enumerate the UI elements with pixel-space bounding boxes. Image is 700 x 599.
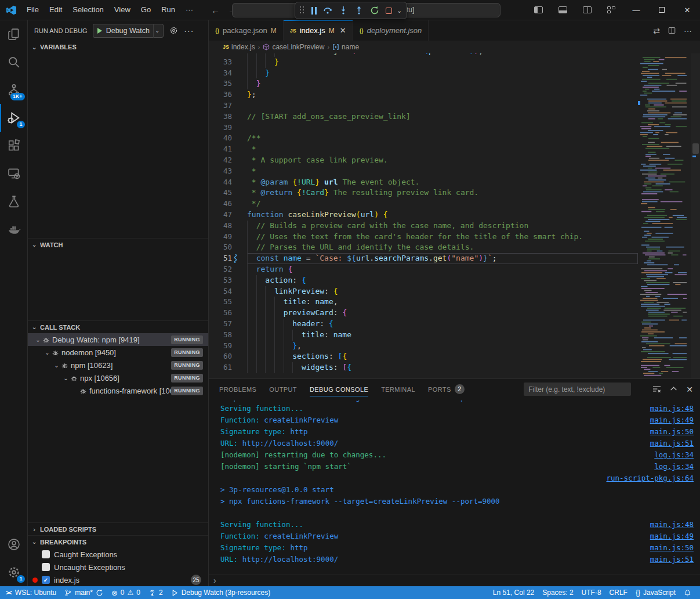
pause-icon[interactable] xyxy=(311,7,317,15)
gutter[interactable]: 58 xyxy=(209,330,247,341)
gutter[interactable]: 35 xyxy=(209,78,247,89)
console-row[interactable]: Signature type: httpmain.js:50 xyxy=(220,542,694,554)
activity-item-run-debug[interactable]: 1 xyxy=(0,104,28,132)
console-row[interactable]: [nodemon] starting `npm start`log.js:34 xyxy=(220,461,694,472)
code-line-54[interactable]: 54 linkPreview: { xyxy=(209,286,638,297)
gutter[interactable]: 40 xyxy=(209,133,247,144)
code-line-61[interactable]: 61 widgets: [{ xyxy=(209,362,638,373)
gutter[interactable]: 60 xyxy=(209,351,247,362)
chevron-down-icon[interactable]: ⌄ xyxy=(397,7,402,15)
gutter[interactable]: 52 xyxy=(209,264,247,275)
menu-item-3[interactable]: View xyxy=(109,3,136,17)
gutter[interactable]: 46 xyxy=(209,199,247,210)
breadcrumb-item-name[interactable]: name xyxy=(332,43,359,51)
close-tab-icon[interactable]: ✕ xyxy=(340,26,346,35)
code-line-45[interactable]: 45 * @return {!Card} The resulting previ… xyxy=(209,187,638,199)
panel-tab-debug-console[interactable]: DEBUG CONSOLE xyxy=(310,379,368,399)
status-item-debug[interactable]: Debug Watch (3p-resources) xyxy=(167,586,275,599)
code-editor[interactable]: 32 return res.json(caseLinkPreview(parse… xyxy=(209,53,700,378)
code-line-36[interactable]: 36}; xyxy=(209,89,638,100)
code-line-48[interactable]: 48 // Builds a preview card with the cas… xyxy=(209,221,638,232)
breakpoint-row[interactable]: ✓index.js25 xyxy=(28,573,208,586)
console-row[interactable]: Serving function...main.js:48 xyxy=(220,403,694,414)
gutter[interactable]: 61 xyxy=(209,362,247,373)
status-item-remote[interactable]: ><WSL: Ubuntu xyxy=(0,586,60,599)
status-item-notifications[interactable] xyxy=(680,586,695,599)
panel-tab-problems[interactable]: PROBLEMS xyxy=(219,379,256,399)
gutter[interactable]: 49 xyxy=(209,232,247,243)
status-item-problems[interactable]: ⊗0⚠0 xyxy=(107,586,144,599)
breakpoint-row[interactable]: Uncaught Exceptions xyxy=(28,561,208,573)
source-link[interactable]: main.js:51 xyxy=(639,438,694,449)
source-link[interactable]: main.js:49 xyxy=(639,531,694,542)
console-row[interactable]: run-script-pkg.js:64 xyxy=(220,472,694,484)
menu-item-2[interactable]: Selection xyxy=(67,3,108,17)
tab-index.js[interactable]: JSindex.jsM✕ xyxy=(284,20,353,41)
customize-layout-icon[interactable] xyxy=(599,0,623,20)
code-line-49[interactable]: 49 // Uses the text from the card's head… xyxy=(209,232,638,243)
gutter[interactable]: 39 xyxy=(209,122,247,133)
activity-item-settings[interactable]: 1 xyxy=(0,558,28,586)
close-panel-icon[interactable]: ✕ xyxy=(686,385,693,394)
status-item-encoding[interactable]: UTF-8 xyxy=(578,586,605,599)
code-line-60[interactable]: 60 sections: [{ xyxy=(209,351,638,362)
gutter[interactable]: 56 xyxy=(209,308,247,319)
drag-grip-icon[interactable] xyxy=(300,6,305,15)
source-link[interactable]: run-script-pkg.js:64 xyxy=(594,472,694,484)
menu-item-5[interactable]: Run xyxy=(156,3,180,17)
code-line-50[interactable]: 50 // Parses the URL and identify the ca… xyxy=(209,242,638,253)
panel-tab-output[interactable]: OUTPUT xyxy=(269,379,297,399)
more-actions-icon[interactable]: ··· xyxy=(684,26,692,35)
open-changes-icon[interactable]: ⇄ xyxy=(653,26,660,35)
gutter[interactable]: 54 xyxy=(209,286,247,297)
breadcrumb-item-caseLinkPreview[interactable]: caseLinkPreview xyxy=(263,43,324,51)
gutter[interactable]: 38 xyxy=(209,111,247,122)
step-into-icon[interactable] xyxy=(339,6,348,15)
console-row[interactable]: URL: http://localhost:9000/main.js:51 xyxy=(220,554,694,565)
gutter[interactable]: 33 xyxy=(209,57,247,68)
code-line-57[interactable]: 57 header: { xyxy=(209,319,638,330)
breakpoint-checkbox[interactable]: ✓ xyxy=(42,576,50,584)
code-line-43[interactable]: 43 * xyxy=(209,166,638,177)
activity-item-extensions[interactable] xyxy=(0,132,28,160)
console-row[interactable]: > 3p-resources@1.0.0 start xyxy=(220,484,694,496)
code-line-55[interactable]: 55 title: name, xyxy=(209,297,638,308)
breadcrumb-item-index.js[interactable]: JSindex.js xyxy=(223,43,255,51)
menu-item-0[interactable]: File xyxy=(21,3,44,17)
gutter[interactable]: 45 xyxy=(209,187,247,199)
code-line-42[interactable]: 42 * A support case link preview. xyxy=(209,155,638,166)
code-line-47[interactable]: 47function caseLinkPreview(url) { xyxy=(209,210,638,221)
menu-item-6[interactable]: ··· xyxy=(180,3,198,17)
breakpoint-checkbox[interactable] xyxy=(42,563,50,571)
step-over-icon[interactable] xyxy=(323,6,332,15)
clear-console-icon[interactable] xyxy=(652,385,661,394)
section-breakpoints[interactable]: ⌄BREAKPOINTS xyxy=(28,535,208,548)
call-stack-row[interactable]: ⌄npx [10656]RUNNING xyxy=(28,371,208,384)
activity-item-docker[interactable] xyxy=(0,215,28,243)
maximize-panel-icon[interactable] xyxy=(670,385,677,393)
gutter[interactable]: 50 xyxy=(209,242,247,253)
close-button[interactable]: ✕ xyxy=(674,0,700,20)
status-item-cursor[interactable]: Ln 51, Col 22 xyxy=(487,586,538,599)
call-stack-row[interactable]: functions-framework [106...RUNNING xyxy=(28,384,208,397)
source-link[interactable]: main.js:51 xyxy=(639,554,694,565)
console-row[interactable]: Signature type: httpmain.js:50 xyxy=(220,426,694,438)
scrollbar-thumb[interactable] xyxy=(692,143,699,154)
panel-tab-ports[interactable]: PORTS2 xyxy=(428,379,465,399)
restart-icon[interactable] xyxy=(370,6,379,15)
maximize-button[interactable] xyxy=(649,0,674,20)
code-line-37[interactable]: 37 xyxy=(209,100,638,111)
source-link[interactable]: log.js:34 xyxy=(643,461,694,472)
status-item-branch[interactable]: main* xyxy=(60,586,107,599)
breakpoint-row[interactable]: Caught Exceptions xyxy=(28,548,208,561)
console-prompt[interactable]: › xyxy=(209,575,700,586)
source-link[interactable]: main.js:49 xyxy=(639,414,694,426)
gutter[interactable]: 47 xyxy=(209,210,247,221)
source-link[interactable]: main.js:50 xyxy=(639,426,694,438)
code-line-34[interactable]: 34 } xyxy=(209,68,638,79)
debug-config-dropdown[interactable]: Debug Watch ⌄ xyxy=(93,24,164,38)
section-loaded-scripts[interactable]: ›LOADED SCRIPTS xyxy=(28,522,208,535)
code-line-40[interactable]: 40/** xyxy=(209,133,638,144)
source-link[interactable]: main.js:48 xyxy=(639,403,694,414)
toggle-sidebar-icon[interactable] xyxy=(526,0,550,20)
